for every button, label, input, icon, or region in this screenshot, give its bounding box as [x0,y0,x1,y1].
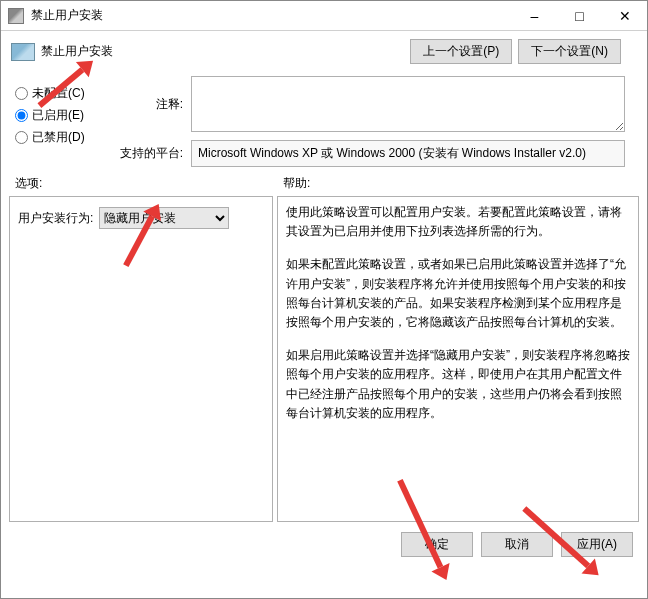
help-paragraph: 使用此策略设置可以配置用户安装。若要配置此策略设置，请将其设置为已启用并使用下拉… [286,203,630,241]
radio-not-configured[interactable]: 未配置(C) [15,85,115,102]
user-install-behavior-select[interactable]: 隐藏用户安装 [99,207,229,229]
cancel-button[interactable]: 取消 [481,532,553,557]
help-heading: 帮助: [283,175,310,192]
section-labels: 选项: 帮助: [1,175,647,196]
maximize-button[interactable]: □ [557,1,602,31]
radio-label: 已禁用(D) [32,129,85,146]
platform-label: 支持的平台: [115,145,191,162]
radio-disabled[interactable]: 已禁用(D) [15,129,115,146]
config-top: 未配置(C) 已启用(E) 已禁用(D) 注释: 支持的平台: Microsof… [1,72,647,175]
state-radio-group: 未配置(C) 已启用(E) 已禁用(D) [15,72,115,167]
minimize-button[interactable]: – [512,1,557,31]
header-label: 禁止用户安装 [41,43,113,60]
help-pane: 使用此策略设置可以配置用户安装。若要配置此策略设置，请将其设置为已启用并使用下拉… [277,196,639,522]
options-pane: 用户安装行为: 隐藏用户安装 [9,196,273,522]
apply-button[interactable]: 应用(A) [561,532,633,557]
supported-platform-value: Microsoft Windows XP 或 Windows 2000 (安装有… [191,140,625,167]
ok-button[interactable]: 确定 [401,532,473,557]
options-heading: 选项: [15,175,283,192]
radio-enabled[interactable]: 已启用(E) [15,107,115,124]
footer: 确定 取消 应用(A) [1,522,647,557]
radio-label: 已启用(E) [32,107,84,124]
help-paragraph: 如果启用此策略设置并选择“隐藏用户安装”，则安装程序将忽略按照每个用户安装的应用… [286,346,630,423]
svg-marker-5 [431,563,455,584]
help-paragraph: 如果未配置此策略设置，或者如果已启用此策略设置并选择了“允许用户安装”，则安装程… [286,255,630,332]
settings-icon [11,43,35,61]
next-setting-button[interactable]: 下一个设置(N) [518,39,621,64]
window-title: 禁止用户安装 [31,7,512,24]
svg-marker-7 [582,559,606,583]
comment-label: 注释: [115,96,191,113]
behavior-label: 用户安装行为: [18,210,93,227]
radio-label: 未配置(C) [32,85,85,102]
header-row: 禁止用户安装 上一个设置(P) 下一个设置(N) [1,31,647,72]
app-icon [8,8,24,24]
mid-body: 用户安装行为: 隐藏用户安装 使用此策略设置可以配置用户安装。若要配置此策略设置… [1,196,647,522]
comment-textarea[interactable] [191,76,625,132]
prev-setting-button[interactable]: 上一个设置(P) [410,39,512,64]
close-button[interactable]: ✕ [602,1,647,31]
title-bar: 禁止用户安装 – □ ✕ [1,1,647,31]
